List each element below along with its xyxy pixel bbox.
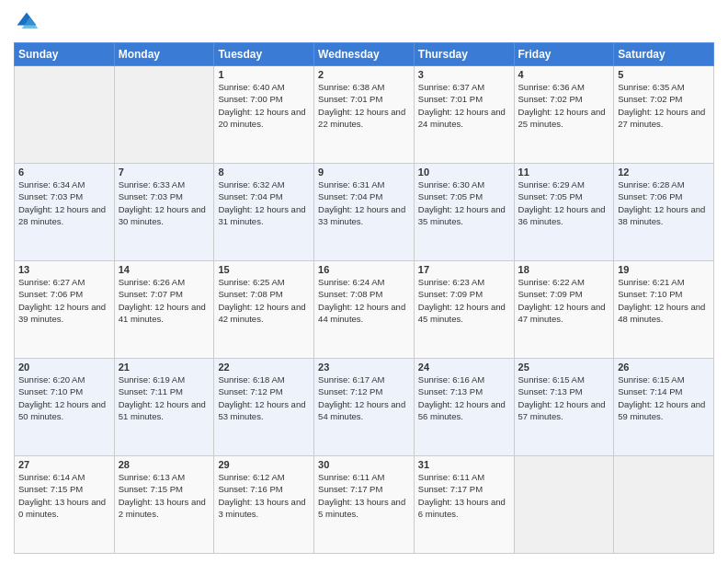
calendar-cell: 3 Sunrise: 6:37 AM Sunset: 7:01 PM Dayli… [414, 66, 514, 164]
sunrise-text: Sunrise: 6:18 AM [218, 374, 284, 385]
calendar-cell: 25 Sunrise: 6:15 AM Sunset: 7:13 PM Dayl… [514, 359, 614, 456]
calendar-cell: 4 Sunrise: 6:36 AM Sunset: 7:02 PM Dayli… [514, 66, 614, 164]
sunrise-text: Sunrise: 6:36 AM [518, 82, 585, 92]
day-detail: Sunrise: 6:26 AM Sunset: 7:07 PM Dayligh… [119, 276, 210, 325]
sunset-text: Sunset: 7:01 PM [418, 94, 483, 104]
sunset-text: Sunset: 7:13 PM [418, 386, 483, 396]
sunset-text: Sunset: 7:04 PM [218, 191, 282, 201]
sunset-text: Sunset: 7:03 PM [119, 191, 183, 201]
sunrise-text: Sunrise: 6:15 AM [518, 374, 585, 385]
sunrise-text: Sunrise: 6:37 AM [418, 82, 484, 92]
calendar-cell: 11 Sunrise: 6:29 AM Sunset: 7:05 PM Dayl… [514, 164, 614, 261]
day-number: 20 [18, 362, 110, 373]
daylight-text: Daylight: 12 hours and 41 minutes. [119, 302, 206, 324]
sunrise-text: Sunrise: 6:38 AM [318, 82, 384, 92]
sunset-text: Sunset: 7:15 PM [18, 484, 83, 494]
daylight-text: Daylight: 12 hours and 24 minutes. [418, 107, 506, 129]
calendar-cell: 26 Sunrise: 6:15 AM Sunset: 7:14 PM Dayl… [614, 359, 714, 456]
calendar-cell: 24 Sunrise: 6:16 AM Sunset: 7:13 PM Dayl… [414, 359, 514, 456]
daylight-text: Daylight: 12 hours and 22 minutes. [318, 107, 405, 129]
daylight-text: Daylight: 12 hours and 54 minutes. [318, 399, 405, 421]
day-number: 3 [418, 69, 510, 80]
day-detail: Sunrise: 6:33 AM Sunset: 7:03 PM Dayligh… [119, 178, 210, 227]
sunrise-text: Sunrise: 6:15 AM [618, 374, 684, 385]
calendar-cell: 31 Sunrise: 6:11 AM Sunset: 7:17 PM Dayl… [414, 456, 514, 554]
daylight-text: Daylight: 12 hours and 53 minutes. [218, 399, 305, 421]
day-number: 15 [218, 264, 310, 275]
day-number: 17 [418, 264, 510, 275]
sunset-text: Sunset: 7:08 PM [318, 289, 382, 299]
day-detail: Sunrise: 6:11 AM Sunset: 7:17 PM Dayligh… [418, 471, 510, 520]
calendar-cell: 13 Sunrise: 6:27 AM Sunset: 7:06 PM Dayl… [15, 261, 115, 359]
daylight-text: Daylight: 12 hours and 31 minutes. [218, 204, 305, 226]
day-number: 1 [218, 69, 310, 80]
day-detail: Sunrise: 6:35 AM Sunset: 7:02 PM Dayligh… [618, 81, 710, 130]
logo [14, 9, 43, 35]
sunrise-text: Sunrise: 6:27 AM [18, 277, 85, 287]
daylight-text: Daylight: 12 hours and 45 minutes. [418, 302, 506, 324]
sunset-text: Sunset: 7:02 PM [518, 94, 583, 104]
day-detail: Sunrise: 6:40 AM Sunset: 7:00 PM Dayligh… [218, 81, 310, 130]
calendar-week-row: 20 Sunrise: 6:20 AM Sunset: 7:10 PM Dayl… [15, 359, 714, 456]
calendar-week-row: 27 Sunrise: 6:14 AM Sunset: 7:15 PM Dayl… [15, 456, 714, 554]
day-number: 25 [518, 362, 610, 373]
day-detail: Sunrise: 6:25 AM Sunset: 7:08 PM Dayligh… [218, 276, 310, 325]
sunset-text: Sunset: 7:14 PM [618, 386, 682, 396]
day-detail: Sunrise: 6:37 AM Sunset: 7:01 PM Dayligh… [418, 81, 510, 130]
day-number: 16 [318, 264, 410, 275]
calendar-cell: 18 Sunrise: 6:22 AM Sunset: 7:09 PM Dayl… [514, 261, 614, 359]
calendar-cell: 30 Sunrise: 6:11 AM Sunset: 7:17 PM Dayl… [314, 456, 415, 554]
sunset-text: Sunset: 7:13 PM [518, 386, 583, 396]
day-header: Sunday [15, 43, 115, 66]
day-number: 28 [119, 459, 210, 470]
day-detail: Sunrise: 6:36 AM Sunset: 7:02 PM Dayligh… [518, 81, 610, 130]
sunrise-text: Sunrise: 6:21 AM [618, 277, 684, 287]
day-number: 7 [119, 167, 210, 178]
day-number: 31 [418, 459, 510, 470]
day-detail: Sunrise: 6:28 AM Sunset: 7:06 PM Dayligh… [618, 178, 710, 227]
calendar-week-row: 1 Sunrise: 6:40 AM Sunset: 7:00 PM Dayli… [15, 66, 714, 164]
sunrise-text: Sunrise: 6:28 AM [618, 179, 684, 190]
daylight-text: Daylight: 12 hours and 47 minutes. [518, 302, 606, 324]
sunrise-text: Sunrise: 6:20 AM [18, 374, 85, 385]
sunrise-text: Sunrise: 6:11 AM [318, 472, 384, 482]
sunrise-text: Sunrise: 6:19 AM [119, 374, 185, 385]
sunrise-text: Sunrise: 6:17 AM [318, 374, 384, 385]
sunset-text: Sunset: 7:06 PM [618, 191, 682, 201]
daylight-text: Daylight: 12 hours and 39 minutes. [18, 302, 106, 324]
day-detail: Sunrise: 6:19 AM Sunset: 7:11 PM Dayligh… [119, 373, 210, 422]
day-header: Thursday [414, 43, 514, 66]
day-number: 29 [218, 459, 310, 470]
daylight-text: Daylight: 13 hours and 6 minutes. [418, 497, 506, 519]
calendar-cell: 6 Sunrise: 6:34 AM Sunset: 7:03 PM Dayli… [15, 164, 115, 261]
day-detail: Sunrise: 6:18 AM Sunset: 7:12 PM Dayligh… [218, 373, 310, 422]
logo-icon [14, 9, 40, 35]
daylight-text: Daylight: 12 hours and 51 minutes. [119, 399, 206, 421]
sunrise-text: Sunrise: 6:24 AM [318, 277, 384, 287]
sunrise-text: Sunrise: 6:31 AM [318, 179, 384, 190]
sunrise-text: Sunrise: 6:34 AM [18, 179, 85, 190]
sunset-text: Sunset: 7:16 PM [218, 484, 282, 494]
page: SundayMondayTuesdayWednesdayThursdayFrid… [0, 0, 728, 563]
day-detail: Sunrise: 6:23 AM Sunset: 7:09 PM Dayligh… [418, 276, 510, 325]
daylight-text: Daylight: 12 hours and 48 minutes. [618, 302, 705, 324]
calendar-week-row: 13 Sunrise: 6:27 AM Sunset: 7:06 PM Dayl… [15, 261, 714, 359]
calendar-cell: 16 Sunrise: 6:24 AM Sunset: 7:08 PM Dayl… [314, 261, 415, 359]
day-detail: Sunrise: 6:22 AM Sunset: 7:09 PM Dayligh… [518, 276, 610, 325]
day-detail: Sunrise: 6:12 AM Sunset: 7:16 PM Dayligh… [218, 471, 310, 520]
sunrise-text: Sunrise: 6:12 AM [218, 472, 284, 482]
day-header: Friday [514, 43, 614, 66]
day-number: 30 [318, 459, 410, 470]
day-detail: Sunrise: 6:16 AM Sunset: 7:13 PM Dayligh… [418, 373, 510, 422]
daylight-text: Daylight: 12 hours and 44 minutes. [318, 302, 405, 324]
calendar-cell: 7 Sunrise: 6:33 AM Sunset: 7:03 PM Dayli… [114, 164, 214, 261]
sunrise-text: Sunrise: 6:26 AM [119, 277, 185, 287]
calendar-cell: 14 Sunrise: 6:26 AM Sunset: 7:07 PM Dayl… [114, 261, 214, 359]
sunset-text: Sunset: 7:04 PM [318, 191, 382, 201]
day-detail: Sunrise: 6:15 AM Sunset: 7:14 PM Dayligh… [618, 373, 710, 422]
calendar-cell: 17 Sunrise: 6:23 AM Sunset: 7:09 PM Dayl… [414, 261, 514, 359]
sunset-text: Sunset: 7:01 PM [318, 94, 382, 104]
sunrise-text: Sunrise: 6:14 AM [18, 472, 85, 482]
sunrise-text: Sunrise: 6:16 AM [418, 374, 484, 385]
sunrise-text: Sunrise: 6:40 AM [218, 82, 284, 92]
